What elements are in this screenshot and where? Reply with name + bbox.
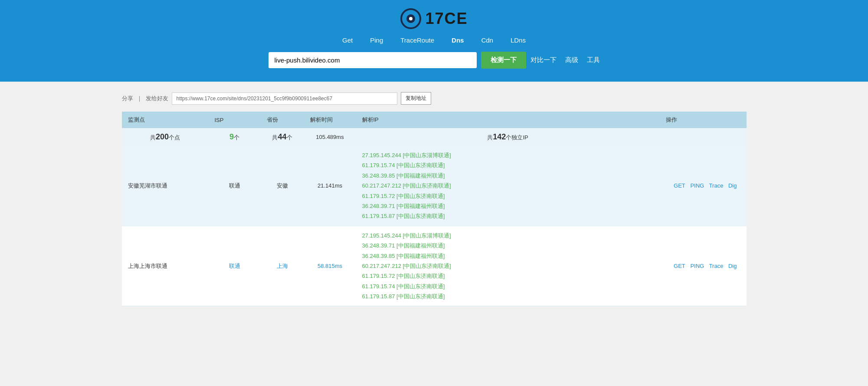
summary-province: 共44个	[261, 128, 304, 146]
logo-icon	[400, 8, 422, 30]
ip-link[interactable]: 36.248.39.71 [中国福建福州联通]	[362, 201, 654, 211]
share-label: 分享	[122, 95, 133, 102]
ip-link[interactable]: 27.195.145.244 [中国山东淄博联通]	[362, 231, 654, 241]
ip-link[interactable]: 36.248.39.85 [中国福建福州联通]	[362, 251, 654, 261]
count-9: 9	[229, 132, 234, 141]
count-44: 44	[278, 132, 286, 141]
monitor-cell-1: 上海上海市联通	[122, 226, 209, 306]
search-row: 检测一下 对比一下 高级 工具	[0, 52, 868, 69]
ip-link[interactable]: 61.179.15.87 [中国山东济南联通]	[362, 211, 654, 221]
dig-link-1[interactable]: Dig	[728, 263, 737, 269]
share-separator: ｜	[137, 95, 142, 102]
table-row: 上海上海市联通 联通 上海 58.815ms 27.195.145.244 [中…	[122, 226, 747, 306]
main-nav: Get Ping TraceRoute Dns Cdn LDns	[0, 36, 868, 44]
ip-cell-0: 27.195.145.244 [中国山东淄博联通] 61.179.15.74 […	[356, 146, 660, 226]
summary-row: 共200个点 9个 共44个 105.489ms 共142个独立IP	[122, 128, 747, 146]
nav-ping[interactable]: Ping	[370, 36, 383, 44]
logo-text: 17CE	[425, 10, 468, 28]
ip-link[interactable]: 61.179.15.74 [中国山东济南联通]	[362, 281, 654, 291]
logo-area: 17CE	[0, 8, 868, 30]
extra-links: 对比一下 高级 工具	[531, 56, 600, 64]
province-cell-0: 安徽	[261, 146, 304, 226]
isp-cell-0: 联通	[209, 146, 261, 226]
monitor-cell-0: 安徽芜湖市联通	[122, 146, 209, 226]
th-time: 解析时间	[304, 112, 356, 128]
trace-link-0[interactable]: Trace	[709, 182, 724, 189]
th-isp: ISP	[209, 112, 261, 128]
share-row: 分享 ｜ 发给好友 复制地址	[122, 92, 747, 105]
get-link-1[interactable]: GET	[674, 263, 685, 269]
search-button[interactable]: 检测一下	[481, 52, 526, 69]
action-cell-1: GET PING Trace Dig	[660, 226, 747, 306]
summary-monitor: 共200个点	[122, 128, 209, 146]
summary-ip: 共142个独立IP	[356, 128, 660, 146]
ip-link[interactable]: 61.179.15.72 [中国山东济南联通]	[362, 191, 654, 201]
province-cell-1: 上海	[261, 226, 304, 306]
th-monitor: 监测点	[122, 112, 209, 128]
nav-ldns[interactable]: LDns	[511, 36, 526, 44]
dig-link-0[interactable]: Dig	[728, 182, 737, 189]
time-cell-1: 58.815ms	[304, 226, 356, 306]
count-142: 142	[493, 132, 506, 141]
ip-link[interactable]: 60.217.247.212 [中国山东济南联通]	[362, 181, 654, 191]
isp-link-1[interactable]: 联通	[229, 263, 240, 269]
copy-address-button[interactable]: 复制地址	[401, 92, 431, 105]
ping-link-1[interactable]: PING	[690, 263, 704, 269]
content-area: 分享 ｜ 发给好友 复制地址 监测点 ISP 省份 解析时间 解析IP 操作 共…	[109, 92, 760, 306]
send-friend-label: 发给好友	[146, 95, 168, 102]
ip-link[interactable]: 61.179.15.74 [中国山东济南联通]	[362, 160, 654, 170]
top-bar: 17CE Get Ping TraceRoute Dns Cdn LDns 检测…	[0, 0, 868, 82]
summary-action	[660, 128, 747, 146]
results-table: 监测点 ISP 省份 解析时间 解析IP 操作 共200个点 9个 共44个	[122, 112, 747, 306]
nav-traceroute[interactable]: TraceRoute	[400, 36, 434, 44]
ip-link[interactable]: 36.248.39.71 [中国福建福州联通]	[362, 241, 654, 251]
get-link-0[interactable]: GET	[674, 182, 685, 189]
th-action: 操作	[660, 112, 747, 128]
ip-cell-1: 27.195.145.244 [中国山东淄博联通] 36.248.39.71 […	[356, 226, 660, 306]
svg-point-2	[409, 17, 413, 20]
nav-get[interactable]: Get	[342, 36, 353, 44]
province-link-1[interactable]: 上海	[277, 263, 288, 269]
th-province: 省份	[261, 112, 304, 128]
ping-link-0[interactable]: PING	[690, 182, 704, 189]
ip-link[interactable]: 61.179.15.72 [中国山东济南联通]	[362, 271, 654, 281]
ip-link[interactable]: 61.179.15.87 [中国山东济南联通]	[362, 291, 654, 301]
count-200: 200	[156, 132, 169, 141]
th-ip: 解析IP	[356, 112, 660, 128]
nav-dns[interactable]: Dns	[452, 36, 464, 44]
tools-link[interactable]: 工具	[587, 56, 600, 64]
action-cell-0: GET PING Trace Dig	[660, 146, 747, 226]
nav-cdn[interactable]: Cdn	[481, 36, 493, 44]
time-cell-0: 21.141ms	[304, 146, 356, 226]
time-link-1[interactable]: 58.815ms	[318, 263, 342, 269]
compare-link[interactable]: 对比一下	[531, 56, 557, 64]
summary-time: 105.489ms	[304, 128, 356, 146]
summary-isp: 9个	[209, 128, 261, 146]
share-url-input[interactable]	[172, 92, 397, 105]
trace-link-1[interactable]: Trace	[709, 263, 724, 269]
ip-link[interactable]: 36.248.39.85 [中国福建福州联通]	[362, 171, 654, 181]
table-row: 安徽芜湖市联通 联通 安徽 21.141ms 27.195.145.244 [中…	[122, 146, 747, 226]
advanced-link[interactable]: 高级	[565, 56, 578, 64]
isp-cell-1: 联通	[209, 226, 261, 306]
table-header-row: 监测点 ISP 省份 解析时间 解析IP 操作	[122, 112, 747, 128]
search-input[interactable]	[269, 52, 477, 68]
ip-link[interactable]: 27.195.145.244 [中国山东淄博联通]	[362, 150, 654, 160]
ip-link[interactable]: 60.217.247.212 [中国山东济南联通]	[362, 261, 654, 271]
